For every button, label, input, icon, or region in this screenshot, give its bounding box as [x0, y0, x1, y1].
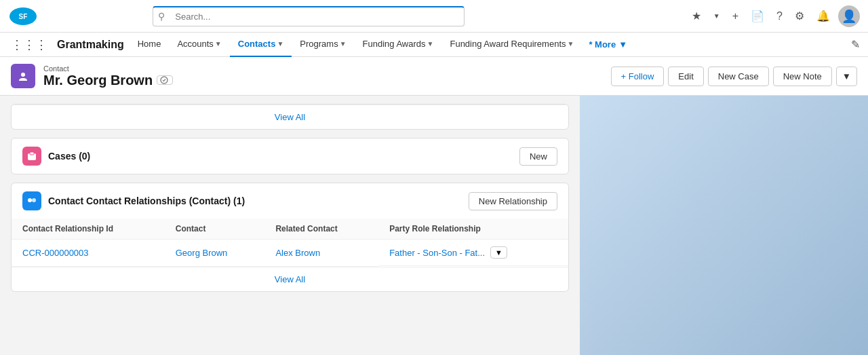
contacts-chevron-icon: ▼: [277, 40, 283, 48]
relationships-title: Contact Contact Relationships (Contact) …: [48, 195, 462, 206]
svg-point-3: [21, 73, 25, 77]
contact-actions: + Follow Edit New Case New Note ▼: [611, 67, 857, 86]
favorites-button[interactable]: ★: [688, 7, 705, 25]
rel-id-cell: CCR-000000003: [12, 240, 165, 267]
nav-contacts[interactable]: Contacts ▼: [230, 33, 292, 57]
follow-button[interactable]: + Follow: [611, 67, 665, 86]
relationships-view-all[interactable]: View All: [12, 267, 568, 291]
rel-party-role-link[interactable]: Father - Son-Son - Fat...: [389, 248, 485, 258]
left-panel: View All Cases (0) New: [0, 96, 580, 355]
favorites-dropdown-button[interactable]: ▼: [709, 10, 724, 22]
rel-party-role-cell: Father - Son-Son - Fat... ▼: [378, 240, 568, 266]
nav-funding-awards[interactable]: Funding Awards ▼: [355, 33, 442, 57]
table-header-row: Contact Relationship Id Contact Related …: [12, 219, 568, 240]
settings-icon[interactable]: ⚙: [791, 7, 808, 25]
col-contact: Contact: [165, 219, 265, 240]
col-party-role: Party Role Relationship: [378, 219, 568, 240]
relationships-card: Contact Contact Relationships (Contact) …: [11, 183, 569, 292]
contact-badge[interactable]: [157, 75, 173, 85]
nav-more-label: * More: [589, 39, 616, 50]
top-icon-bar: ★ ▼ + 📄 ? ⚙ 🔔 👤: [688, 5, 860, 27]
main-content: View All Cases (0) New: [0, 96, 868, 355]
top-view-all[interactable]: View All: [12, 105, 568, 129]
new-relationship-button[interactable]: New Relationship: [469, 192, 557, 210]
nav-contacts-label: Contacts: [238, 39, 276, 49]
nav-more[interactable]: * More ▼: [582, 39, 634, 50]
cases-card-header: Cases (0) New: [12, 138, 568, 174]
relationships-icon: [22, 191, 41, 210]
svg-text:SF: SF: [19, 13, 28, 20]
row-action-button[interactable]: ▼: [490, 246, 507, 259]
more-chevron-icon: ▼: [618, 39, 627, 50]
nav-funding-awards-label: Funding Awards: [363, 39, 426, 49]
rel-related-contact-cell: Alex Brown: [264, 240, 378, 267]
rel-contact-link[interactable]: Georg Brown: [176, 248, 228, 258]
app-name: Grantmaking: [57, 39, 124, 51]
col-related: Related Contact: [264, 219, 378, 240]
navigation-tabs: ⋮⋮⋮ Grantmaking Home Accounts ▼ Contacts…: [0, 33, 868, 57]
communities-icon[interactable]: 📄: [747, 7, 768, 25]
contact-type-icon: [11, 64, 35, 88]
programs-chevron-icon: ▼: [340, 40, 347, 48]
edit-button[interactable]: Edit: [668, 67, 703, 86]
new-note-button[interactable]: New Note: [773, 67, 832, 86]
funding-awards-chevron-icon: ▼: [427, 40, 434, 48]
search-icon: ⚲: [158, 11, 165, 22]
cases-card: Cases (0) New: [11, 138, 569, 174]
relationships-card-header: Contact Contact Relationships (Contact) …: [12, 183, 568, 219]
top-card: View All: [11, 104, 569, 130]
nav-funding-award-requirements[interactable]: Funding Award Requirements ▼: [441, 33, 582, 57]
nav-edit-button[interactable]: ✎: [851, 38, 860, 51]
nav-home-label: Home: [138, 39, 161, 49]
top-navigation: SF ⚲ ★ ▼ + 📄 ? ⚙ 🔔 👤: [0, 0, 868, 33]
cases-title: Cases (0): [48, 151, 513, 162]
search-input[interactable]: [153, 6, 465, 26]
nav-programs-label: Programs: [300, 39, 338, 49]
search-bar: ⚲: [153, 6, 465, 26]
app-launcher-button[interactable]: ⋮⋮⋮: [8, 36, 50, 54]
contact-type-label: Contact: [43, 64, 603, 73]
setup-icon[interactable]: +: [728, 7, 743, 25]
table-row: CCR-000000003 Georg Brown Alex Brown Fat…: [12, 240, 568, 267]
nav-programs[interactable]: Programs ▼: [292, 33, 354, 57]
nav-accounts-label: Accounts: [177, 39, 213, 49]
contact-info: Contact Mr. Georg Brown: [43, 64, 603, 88]
new-case-card-button[interactable]: New: [519, 147, 557, 166]
salesforce-logo[interactable]: SF: [8, 6, 38, 26]
nav-funding-requirements-label: Funding Award Requirements: [450, 39, 566, 49]
help-icon[interactable]: ?: [772, 7, 787, 25]
svg-point-7: [28, 198, 32, 202]
contact-header: Contact Mr. Georg Brown + Follow Edit Ne…: [0, 57, 868, 96]
svg-rect-6: [30, 152, 34, 155]
accounts-chevron-icon: ▼: [215, 40, 222, 48]
cases-icon: [22, 147, 41, 166]
relationships-table: Contact Relationship Id Contact Related …: [12, 219, 568, 267]
rel-related-contact-link[interactable]: Alex Brown: [275, 248, 320, 258]
new-case-button[interactable]: New Case: [708, 67, 769, 86]
contact-name: Mr. Georg Brown: [43, 73, 603, 88]
nav-accounts[interactable]: Accounts ▼: [169, 33, 229, 57]
notifications-icon[interactable]: 🔔: [812, 7, 834, 25]
right-panel: [580, 96, 868, 355]
col-id: Contact Relationship Id: [12, 219, 165, 240]
funding-requirements-chevron-icon: ▼: [568, 40, 574, 48]
rel-id-link[interactable]: CCR-000000003: [22, 248, 89, 258]
contact-name-text: Mr. Georg Brown: [43, 73, 153, 88]
actions-dropdown-button[interactable]: ▼: [836, 67, 857, 86]
nav-home[interactable]: Home: [130, 33, 170, 57]
svg-point-8: [32, 198, 36, 202]
user-avatar[interactable]: 👤: [838, 5, 860, 27]
rel-contact-cell: Georg Brown: [165, 240, 265, 267]
